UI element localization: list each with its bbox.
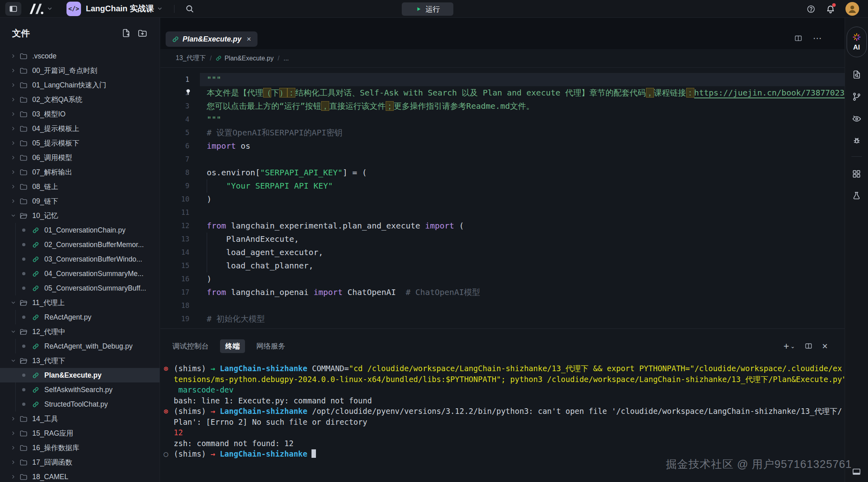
more-actions-icon[interactable]: ⋯ bbox=[813, 33, 822, 44]
chevron-down-icon[interactable] bbox=[157, 6, 163, 12]
code-line[interactable]: 12from langchain_experimental.plan_and_e… bbox=[160, 219, 845, 233]
code-line[interactable]: 4""" bbox=[160, 113, 845, 126]
python-file-icon bbox=[32, 372, 39, 379]
new-terminal-button[interactable]: +⌄ bbox=[783, 341, 795, 352]
code-line[interactable]: 10) bbox=[160, 193, 845, 206]
tree-folder[interactable]: 02_文档QA系统 bbox=[0, 92, 160, 107]
terminal-output[interactable]: ⊗(shims) → LangChain-shizhanke COMMAND="… bbox=[160, 363, 845, 482]
tree-folder[interactable]: 10_记忆 bbox=[0, 208, 160, 223]
tree-file[interactable]: 01_ConversationChain.py bbox=[0, 223, 160, 237]
tree-file[interactable]: Plan&Execute.py bbox=[0, 368, 160, 382]
toggle-panel-icon[interactable] bbox=[852, 467, 861, 476]
notifications-button[interactable] bbox=[826, 4, 835, 14]
breadcrumb-item[interactable]: Plan&Execute.py bbox=[216, 55, 274, 62]
breadcrumb-item[interactable]: 13_代理下 bbox=[176, 54, 206, 62]
code-editor[interactable]: 1"""2本文件是【代理（下）：结构化工具对话、Self-Ask with Se… bbox=[160, 68, 845, 328]
terminal-text: (shims) bbox=[174, 364, 211, 373]
editor-tab-bar: Plan&Execute.py × ⋯ bbox=[160, 18, 845, 49]
tree-file[interactable]: 05_ConversationSummaryBuff... bbox=[0, 281, 160, 295]
file-label: ReActAgent_with_Debug.py bbox=[44, 342, 133, 351]
code-line[interactable]: 2本文件是【代理（下）：结构化工具对话、Self-Ask with Search… bbox=[160, 86, 845, 100]
project-name[interactable]: LangChain 实战课 bbox=[86, 3, 154, 14]
code-token: ） bbox=[279, 88, 287, 98]
new-file-icon[interactable] bbox=[121, 28, 131, 38]
tree-file[interactable]: ReActAgent_with_Debug.py bbox=[0, 339, 160, 353]
tree-file[interactable]: SelfAskwithSearch.py bbox=[0, 382, 160, 397]
tests-flask-icon[interactable] bbox=[852, 191, 861, 200]
lightbulb-icon[interactable] bbox=[185, 88, 192, 96]
code-line[interactable]: 17from langchain_openai import ChatOpenA… bbox=[160, 286, 845, 299]
folder-icon bbox=[19, 81, 28, 89]
panel-header: 调试控制台终端网络服务 +⌄ × bbox=[160, 329, 845, 363]
tree-file[interactable]: StructedToolChat.py bbox=[0, 397, 160, 411]
tree-folder[interactable]: 05_提示模板下 bbox=[0, 136, 160, 150]
code-line[interactable]: 16) bbox=[160, 272, 845, 286]
line-number: 10 bbox=[160, 193, 189, 206]
new-folder-icon[interactable] bbox=[137, 28, 147, 38]
tree-folder[interactable]: 17_回调函数 bbox=[0, 455, 160, 470]
help-icon[interactable] bbox=[806, 4, 816, 14]
panel-tab-inactive[interactable]: 调试控制台 bbox=[172, 339, 210, 353]
code-line[interactable]: 14 load_agent_executor, bbox=[160, 246, 845, 259]
ai-assistant-button[interactable]: AI bbox=[847, 27, 867, 57]
split-editor-icon[interactable] bbox=[794, 34, 802, 42]
tab-plan-execute[interactable]: Plan&Execute.py × bbox=[166, 31, 257, 47]
code-line[interactable]: 15 load_chat_planner, bbox=[160, 259, 845, 272]
tree-folder[interactable]: 15_RAG应用 bbox=[0, 426, 160, 440]
sidebar-toggle-button[interactable] bbox=[5, 2, 21, 16]
code-line[interactable]: 11 bbox=[160, 206, 845, 219]
marscode-logo-icon[interactable] bbox=[29, 3, 44, 15]
python-file-icon bbox=[32, 314, 39, 321]
tree-file[interactable]: 02_ConversationBufferMemor... bbox=[0, 237, 160, 252]
panel-tab-active[interactable]: 终端 bbox=[220, 339, 245, 353]
tree-folder[interactable]: 13_代理下 bbox=[0, 353, 160, 368]
code-line[interactable]: 9 "Your SERPAPI API KEY" bbox=[160, 179, 845, 193]
source-control-icon[interactable] bbox=[852, 92, 862, 102]
code-line[interactable]: 19# 初始化大模型 bbox=[160, 312, 845, 326]
code-line[interactable]: 3您可以点击最上方的“运行”按钮，直接运行该文件；更多操作指引请参考Readme… bbox=[160, 100, 845, 113]
tree-folder[interactable]: 07_解析输出 bbox=[0, 165, 160, 179]
tree-folder[interactable]: 08_链上 bbox=[0, 179, 160, 194]
tree-folder[interactable]: 09_链下 bbox=[0, 194, 160, 208]
code-line[interactable]: 7 bbox=[160, 153, 845, 166]
tree-file[interactable]: 03_ConversationBufferWindo... bbox=[0, 252, 160, 266]
chevron-right-icon bbox=[10, 416, 16, 422]
close-panel-icon[interactable]: × bbox=[822, 341, 828, 352]
preview-eye-icon[interactable] bbox=[852, 114, 862, 124]
tree-folder[interactable]: 03_模型IO bbox=[0, 107, 160, 121]
tree-folder[interactable]: 14_工具 bbox=[0, 411, 160, 426]
split-terminal-icon[interactable] bbox=[805, 342, 812, 350]
chevron-down-icon[interactable] bbox=[47, 6, 53, 12]
code-line[interactable]: 8os.environ["SERPAPI_API_KEY"] = ( bbox=[160, 166, 845, 179]
tree-folder[interactable]: 16_操作数据库 bbox=[0, 440, 160, 455]
file-status-dot bbox=[22, 388, 25, 391]
tree-folder[interactable]: .vscode bbox=[0, 49, 160, 63]
search-icon[interactable] bbox=[185, 4, 194, 13]
breadcrumb-item[interactable]: ... bbox=[283, 55, 289, 62]
tree-folder[interactable]: 04_提示模板上 bbox=[0, 121, 160, 136]
tree-folder[interactable]: 01_LangChain快速入门 bbox=[0, 78, 160, 92]
code-line[interactable]: 1""" bbox=[160, 73, 845, 86]
file-search-icon[interactable] bbox=[852, 70, 862, 79]
panel-tab-inactive[interactable]: 网络服务 bbox=[255, 339, 286, 353]
tree-folder[interactable]: 18_CAMEL bbox=[0, 470, 160, 482]
code-line[interactable]: 5# 设置OpenAI和SERPAPI的API密钥 bbox=[160, 126, 845, 139]
folder-label: 11_代理上 bbox=[32, 298, 64, 307]
tree-folder[interactable]: 12_代理中 bbox=[0, 324, 160, 339]
debug-bug-icon[interactable] bbox=[852, 136, 862, 146]
person-icon bbox=[846, 3, 858, 15]
tree-file[interactable]: ReActAgent.py bbox=[0, 310, 160, 324]
code-line[interactable]: 18 bbox=[160, 299, 845, 312]
run-button[interactable]: 运行 bbox=[402, 2, 453, 16]
extensions-icon[interactable] bbox=[852, 169, 861, 179]
code-line[interactable]: 13 PlanAndExecute, bbox=[160, 233, 845, 246]
avatar[interactable] bbox=[845, 2, 859, 16]
tree-folder[interactable]: 00_开篇词_奇点时刻 bbox=[0, 63, 160, 78]
tree-folder[interactable]: 06_调用模型 bbox=[0, 150, 160, 165]
close-icon[interactable]: × bbox=[247, 35, 251, 44]
file-label: 05_ConversationSummaryBuff... bbox=[44, 284, 146, 293]
breadcrumb[interactable]: 13_代理下/Plan&Execute.py/... bbox=[160, 49, 845, 68]
code-line[interactable]: 6import os bbox=[160, 139, 845, 153]
tree-folder[interactable]: 11_代理上 bbox=[0, 295, 160, 310]
tree-file[interactable]: 04_ConversationSummaryMe... bbox=[0, 266, 160, 281]
